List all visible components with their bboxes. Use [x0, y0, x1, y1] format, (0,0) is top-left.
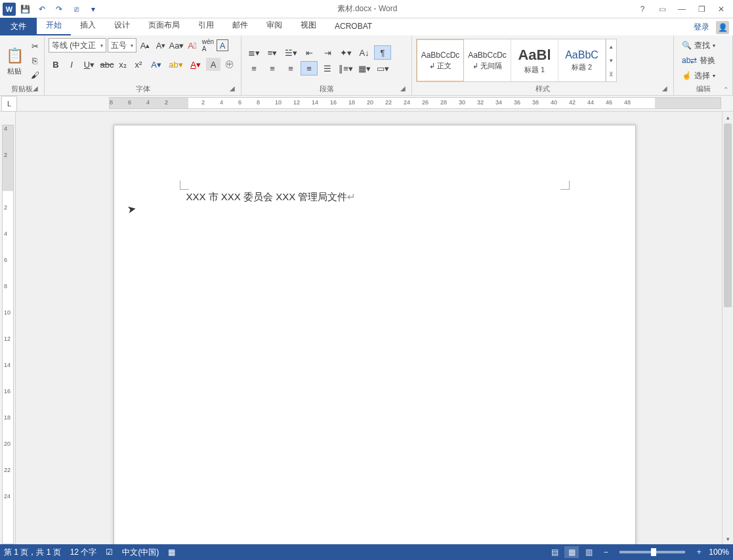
italic-button[interactable]: I — [64, 58, 79, 71]
distribute-button[interactable]: ☰ — [319, 61, 336, 75]
scrollbar-thumb[interactable] — [724, 123, 732, 307]
ruler-tick: 26 — [422, 99, 429, 106]
show-marks-button[interactable]: ¶ — [374, 45, 391, 60]
zoom-level[interactable]: 100% — [709, 548, 729, 557]
view-web-button[interactable]: ▥ — [581, 546, 596, 558]
clear-format-button[interactable]: A⃠ — [185, 39, 199, 52]
sort-button[interactable]: A↓ — [356, 45, 373, 60]
subscript-button[interactable]: x₂ — [115, 58, 130, 71]
zoom-out-button[interactable]: − — [598, 546, 613, 558]
strike-button[interactable]: abc — [100, 58, 114, 71]
find-button[interactable]: 🔍查找▾ — [678, 39, 719, 53]
status-page[interactable]: 第 1 页，共 1 页 — [4, 547, 61, 558]
borders-button[interactable]: ▭▾ — [374, 61, 391, 75]
style-normal[interactable]: AaBbCcDc ↲ 正文 — [417, 39, 464, 81]
cut-button[interactable]: ✂ — [28, 39, 42, 53]
text-effects-button[interactable]: A▾ — [147, 58, 165, 71]
tab-mailings[interactable]: 邮件 — [223, 16, 257, 35]
tab-references[interactable]: 引用 — [189, 16, 223, 35]
paste-button[interactable]: 📋 粘贴 — [4, 39, 25, 82]
horizontal-ruler[interactable]: 8642246810121416182022242628303234363840… — [109, 97, 721, 109]
redo-button[interactable]: ↷ — [51, 1, 67, 17]
tab-stop-selector[interactable]: L — [1, 96, 17, 112]
styles-down-button[interactable]: ▾ — [606, 53, 616, 67]
view-read-button[interactable]: ▤ — [547, 546, 562, 558]
superscript-button[interactable]: x² — [131, 58, 146, 71]
styles-dialog-launcher[interactable]: ◢ — [660, 85, 669, 94]
align-right-button[interactable]: ≡ — [282, 61, 299, 75]
page-scroll[interactable]: ➤ XXX 市 XXX 委员会 XXX 管理局文件↵ — [16, 112, 733, 544]
change-case-button[interactable]: Aa▾ — [169, 39, 184, 52]
touch-mode-button[interactable]: ⎚ — [68, 1, 84, 17]
user-icon[interactable]: 👤 — [716, 21, 729, 34]
align-left-button[interactable]: ≡ — [245, 61, 262, 75]
decrease-indent-button[interactable]: ⇤ — [301, 45, 318, 60]
grow-font-button[interactable]: A▴ — [138, 39, 152, 52]
font-name-combo[interactable]: 等线 (中文正▾ — [49, 38, 106, 53]
zoom-slider[interactable] — [619, 551, 685, 553]
asian-layout-button[interactable]: ✦▾ — [337, 45, 354, 60]
login-link[interactable]: 登录 — [690, 19, 713, 35]
minimize-button[interactable]: — — [673, 2, 691, 16]
page[interactable]: ➤ XXX 市 XXX 委员会 XXX 管理局文件↵ — [114, 125, 636, 544]
styles-up-button[interactable]: ▴ — [606, 39, 616, 53]
save-button[interactable]: 💾 — [17, 1, 33, 17]
style-heading1[interactable]: AaBl 标题 1 — [511, 39, 558, 81]
status-spellcheck[interactable]: ☑ — [106, 548, 113, 557]
zoom-in-button[interactable]: + — [692, 546, 706, 558]
vertical-ruler[interactable]: 4224681012141618202224 — [2, 125, 14, 544]
select-button[interactable]: ☝选择▾ — [678, 69, 719, 83]
format-painter-button[interactable]: 🖌 — [28, 68, 42, 81]
tab-home[interactable]: 开始 — [37, 16, 71, 35]
enclose-char-button[interactable]: ㊥ — [222, 58, 236, 71]
tab-acrobat[interactable]: ACROBAT — [325, 18, 381, 35]
justify-button[interactable]: ≡ — [301, 61, 318, 75]
copy-button[interactable]: ⎘ — [28, 54, 42, 67]
numbering-button[interactable]: ≡▾ — [264, 45, 281, 60]
tab-layout[interactable]: 页面布局 — [139, 16, 189, 35]
style-no-spacing[interactable]: AaBbCcDc ↲ 无间隔 — [464, 39, 511, 81]
scroll-up-button[interactable]: ▴ — [723, 112, 733, 123]
bullets-button[interactable]: ≣▾ — [245, 45, 262, 60]
restore-button[interactable]: ❐ — [692, 2, 711, 16]
undo-button[interactable]: ↶ — [34, 1, 50, 17]
align-center-button[interactable]: ≡ — [264, 61, 281, 75]
tab-insert[interactable]: 插入 — [71, 16, 105, 35]
vertical-scrollbar[interactable]: ▴ ▾ — [722, 112, 733, 544]
status-language[interactable]: 中文(中国) — [122, 547, 159, 558]
zoom-slider-knob[interactable] — [651, 548, 656, 556]
shrink-font-button[interactable]: A▾ — [154, 39, 168, 52]
status-word-count[interactable]: 12 个字 — [70, 547, 97, 558]
font-color-button[interactable]: A▾ — [186, 58, 205, 71]
view-print-button[interactable]: ▦ — [564, 546, 579, 558]
ribbon-display-button[interactable]: ▭ — [653, 2, 671, 16]
collapse-ribbon-button[interactable]: ⌃ — [720, 85, 732, 94]
document-body-text[interactable]: XXX 市 XXX 委员会 XXX 管理局文件↵ — [186, 191, 563, 204]
char-shading-button[interactable]: A — [206, 58, 220, 71]
style-heading2[interactable]: AaBbC 标题 2 — [558, 39, 606, 81]
underline-button[interactable]: U▾ — [80, 58, 98, 71]
scroll-down-button[interactable]: ▾ — [723, 533, 733, 544]
font-dialog-launcher[interactable]: ◢ — [228, 85, 237, 94]
paragraph-dialog-launcher[interactable]: ◢ — [398, 85, 408, 94]
close-button[interactable]: ✕ — [712, 2, 730, 16]
increase-indent-button[interactable]: ⇥ — [319, 45, 336, 60]
phonetic-button[interactable]: wénA — [201, 39, 215, 52]
status-macro[interactable]: ▦ — [168, 548, 175, 557]
replace-button[interactable]: ab⇄替换 — [678, 54, 719, 68]
qat-customize-button[interactable]: ▾ — [85, 1, 101, 17]
clipboard-dialog-launcher[interactable]: ◢ — [31, 85, 40, 94]
bold-button[interactable]: B — [49, 58, 63, 71]
highlight-button[interactable]: ab▾ — [167, 58, 185, 71]
tab-design[interactable]: 设计 — [105, 16, 139, 35]
char-border-button[interactable]: A — [217, 39, 228, 51]
styles-more-button[interactable]: ⊻ — [606, 68, 616, 81]
multilevel-button[interactable]: ☱▾ — [282, 45, 299, 60]
line-spacing-button[interactable]: ‖≡▾ — [337, 61, 354, 75]
shading-button[interactable]: ▦▾ — [356, 61, 373, 75]
help-button[interactable]: ? — [633, 2, 652, 16]
tab-view[interactable]: 视图 — [291, 16, 325, 35]
font-size-combo[interactable]: 五号▾ — [108, 38, 136, 53]
tab-file[interactable]: 文件 — [0, 18, 37, 35]
tab-review[interactable]: 审阅 — [257, 16, 291, 35]
